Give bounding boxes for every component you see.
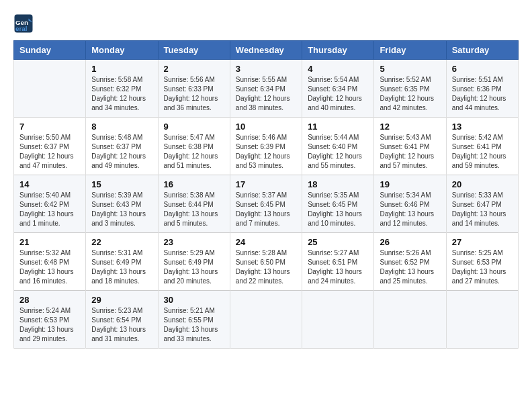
calendar-cell: 20Sunrise: 5:33 AM Sunset: 6:47 PM Dayli… bbox=[446, 175, 518, 233]
calendar-body: 1Sunrise: 5:58 AM Sunset: 6:32 PM Daylig… bbox=[14, 60, 519, 349]
logo-icon: Gen eral bbox=[13, 13, 34, 34]
calendar-cell: 3Sunrise: 5:55 AM Sunset: 6:34 PM Daylig… bbox=[230, 60, 302, 118]
calendar-cell: 26Sunrise: 5:26 AM Sunset: 6:52 PM Dayli… bbox=[374, 233, 446, 291]
day-info: Sunrise: 5:47 AM Sunset: 6:38 PM Dayligh… bbox=[164, 133, 224, 171]
day-number: 14 bbox=[19, 179, 80, 189]
day-number: 17 bbox=[236, 179, 296, 189]
weekday-header-monday: Monday bbox=[86, 41, 158, 60]
day-number: 1 bbox=[91, 64, 152, 74]
day-info: Sunrise: 5:32 AM Sunset: 6:48 PM Dayligh… bbox=[19, 248, 80, 286]
day-info: Sunrise: 5:40 AM Sunset: 6:42 PM Dayligh… bbox=[19, 191, 80, 228]
calendar-header: SundayMondayTuesdayWednesdayThursdayFrid… bbox=[14, 41, 519, 60]
calendar-cell: 27Sunrise: 5:25 AM Sunset: 6:53 PM Dayli… bbox=[446, 233, 518, 291]
week-row-2: 7Sunrise: 5:50 AM Sunset: 6:37 PM Daylig… bbox=[14, 118, 519, 175]
page-header: Gen eral bbox=[13, 13, 519, 34]
calendar-table: SundayMondayTuesdayWednesdayThursdayFrid… bbox=[13, 40, 519, 349]
day-info: Sunrise: 5:58 AM Sunset: 6:32 PM Dayligh… bbox=[91, 75, 152, 113]
day-info: Sunrise: 5:24 AM Sunset: 6:53 PM Dayligh… bbox=[19, 306, 80, 344]
day-info: Sunrise: 5:27 AM Sunset: 6:51 PM Dayligh… bbox=[308, 248, 368, 286]
day-info: Sunrise: 5:35 AM Sunset: 6:45 PM Dayligh… bbox=[308, 191, 368, 228]
day-number: 8 bbox=[91, 122, 152, 132]
weekday-header-wednesday: Wednesday bbox=[230, 41, 302, 60]
day-info: Sunrise: 5:50 AM Sunset: 6:37 PM Dayligh… bbox=[19, 133, 80, 171]
day-number: 5 bbox=[380, 64, 440, 74]
day-number: 12 bbox=[380, 122, 440, 132]
day-info: Sunrise: 5:29 AM Sunset: 6:49 PM Dayligh… bbox=[164, 248, 224, 286]
day-info: Sunrise: 5:25 AM Sunset: 6:53 PM Dayligh… bbox=[452, 248, 513, 286]
day-info: Sunrise: 5:48 AM Sunset: 6:37 PM Dayligh… bbox=[91, 133, 152, 171]
week-row-4: 21Sunrise: 5:32 AM Sunset: 6:48 PM Dayli… bbox=[14, 233, 519, 291]
day-info: Sunrise: 5:38 AM Sunset: 6:44 PM Dayligh… bbox=[164, 191, 224, 228]
weekday-header-saturday: Saturday bbox=[446, 41, 518, 60]
calendar-cell: 19Sunrise: 5:34 AM Sunset: 6:46 PM Dayli… bbox=[374, 175, 446, 233]
calendar-cell: 14Sunrise: 5:40 AM Sunset: 6:42 PM Dayli… bbox=[14, 175, 86, 233]
calendar-cell: 17Sunrise: 5:37 AM Sunset: 6:45 PM Dayli… bbox=[230, 175, 302, 233]
calendar-cell bbox=[446, 291, 518, 349]
logo: Gen eral bbox=[13, 13, 36, 34]
calendar-cell: 11Sunrise: 5:44 AM Sunset: 6:40 PM Dayli… bbox=[302, 118, 374, 175]
day-info: Sunrise: 5:33 AM Sunset: 6:47 PM Dayligh… bbox=[452, 191, 513, 228]
day-number: 19 bbox=[380, 179, 440, 189]
day-number: 23 bbox=[164, 237, 224, 247]
day-info: Sunrise: 5:23 AM Sunset: 6:54 PM Dayligh… bbox=[91, 306, 152, 344]
day-number: 18 bbox=[308, 179, 368, 189]
calendar-cell: 15Sunrise: 5:39 AM Sunset: 6:43 PM Dayli… bbox=[86, 175, 158, 233]
calendar-cell: 10Sunrise: 5:46 AM Sunset: 6:39 PM Dayli… bbox=[230, 118, 302, 175]
calendar-cell: 6Sunrise: 5:51 AM Sunset: 6:36 PM Daylig… bbox=[446, 60, 518, 118]
calendar-cell: 4Sunrise: 5:54 AM Sunset: 6:34 PM Daylig… bbox=[302, 60, 374, 118]
day-number: 29 bbox=[91, 295, 152, 305]
day-info: Sunrise: 5:52 AM Sunset: 6:35 PM Dayligh… bbox=[380, 75, 440, 113]
calendar-cell: 1Sunrise: 5:58 AM Sunset: 6:32 PM Daylig… bbox=[86, 60, 158, 118]
day-info: Sunrise: 5:34 AM Sunset: 6:46 PM Dayligh… bbox=[380, 191, 440, 228]
calendar-cell: 7Sunrise: 5:50 AM Sunset: 6:37 PM Daylig… bbox=[14, 118, 86, 175]
day-number: 6 bbox=[452, 64, 513, 74]
calendar-cell: 13Sunrise: 5:42 AM Sunset: 6:41 PM Dayli… bbox=[446, 118, 518, 175]
day-info: Sunrise: 5:21 AM Sunset: 6:55 PM Dayligh… bbox=[164, 306, 224, 344]
calendar-cell: 23Sunrise: 5:29 AM Sunset: 6:49 PM Dayli… bbox=[158, 233, 230, 291]
day-info: Sunrise: 5:44 AM Sunset: 6:40 PM Dayligh… bbox=[308, 133, 368, 171]
day-number: 11 bbox=[308, 122, 368, 132]
day-number: 25 bbox=[308, 237, 368, 247]
weekday-header-row: SundayMondayTuesdayWednesdayThursdayFrid… bbox=[14, 41, 519, 60]
day-info: Sunrise: 5:26 AM Sunset: 6:52 PM Dayligh… bbox=[380, 248, 440, 286]
weekday-header-friday: Friday bbox=[374, 41, 446, 60]
day-info: Sunrise: 5:42 AM Sunset: 6:41 PM Dayligh… bbox=[452, 133, 513, 171]
calendar-cell: 25Sunrise: 5:27 AM Sunset: 6:51 PM Dayli… bbox=[302, 233, 374, 291]
calendar-cell: 29Sunrise: 5:23 AM Sunset: 6:54 PM Dayli… bbox=[86, 291, 158, 349]
weekday-header-sunday: Sunday bbox=[14, 41, 86, 60]
day-info: Sunrise: 5:37 AM Sunset: 6:45 PM Dayligh… bbox=[236, 191, 296, 228]
day-info: Sunrise: 5:56 AM Sunset: 6:33 PM Dayligh… bbox=[164, 75, 224, 113]
calendar-cell: 5Sunrise: 5:52 AM Sunset: 6:35 PM Daylig… bbox=[374, 60, 446, 118]
calendar-cell: 16Sunrise: 5:38 AM Sunset: 6:44 PM Dayli… bbox=[158, 175, 230, 233]
calendar-cell: 8Sunrise: 5:48 AM Sunset: 6:37 PM Daylig… bbox=[86, 118, 158, 175]
calendar-cell bbox=[302, 291, 374, 349]
day-number: 9 bbox=[164, 122, 224, 132]
day-number: 22 bbox=[91, 237, 152, 247]
day-number: 10 bbox=[236, 122, 296, 132]
day-info: Sunrise: 5:43 AM Sunset: 6:41 PM Dayligh… bbox=[380, 133, 440, 171]
day-info: Sunrise: 5:46 AM Sunset: 6:39 PM Dayligh… bbox=[236, 133, 296, 171]
calendar-cell: 9Sunrise: 5:47 AM Sunset: 6:38 PM Daylig… bbox=[158, 118, 230, 175]
weekday-header-thursday: Thursday bbox=[302, 41, 374, 60]
calendar-cell: 24Sunrise: 5:28 AM Sunset: 6:50 PM Dayli… bbox=[230, 233, 302, 291]
day-info: Sunrise: 5:31 AM Sunset: 6:49 PM Dayligh… bbox=[91, 248, 152, 286]
day-number: 30 bbox=[164, 295, 224, 305]
svg-text:eral: eral bbox=[15, 25, 28, 32]
week-row-5: 28Sunrise: 5:24 AM Sunset: 6:53 PM Dayli… bbox=[14, 291, 519, 349]
weekday-header-tuesday: Tuesday bbox=[158, 41, 230, 60]
day-number: 26 bbox=[380, 237, 440, 247]
calendar-cell: 2Sunrise: 5:56 AM Sunset: 6:33 PM Daylig… bbox=[158, 60, 230, 118]
day-info: Sunrise: 5:55 AM Sunset: 6:34 PM Dayligh… bbox=[236, 75, 296, 113]
day-number: 2 bbox=[164, 64, 224, 74]
day-number: 20 bbox=[452, 179, 513, 189]
day-number: 7 bbox=[19, 122, 80, 132]
calendar-cell: 30Sunrise: 5:21 AM Sunset: 6:55 PM Dayli… bbox=[158, 291, 230, 349]
day-number: 27 bbox=[452, 237, 513, 247]
day-number: 21 bbox=[19, 237, 80, 247]
calendar-cell bbox=[14, 60, 86, 118]
day-info: Sunrise: 5:28 AM Sunset: 6:50 PM Dayligh… bbox=[236, 248, 296, 286]
day-number: 28 bbox=[19, 295, 80, 305]
day-number: 24 bbox=[236, 237, 296, 247]
calendar-cell: 12Sunrise: 5:43 AM Sunset: 6:41 PM Dayli… bbox=[374, 118, 446, 175]
day-number: 15 bbox=[91, 179, 152, 189]
